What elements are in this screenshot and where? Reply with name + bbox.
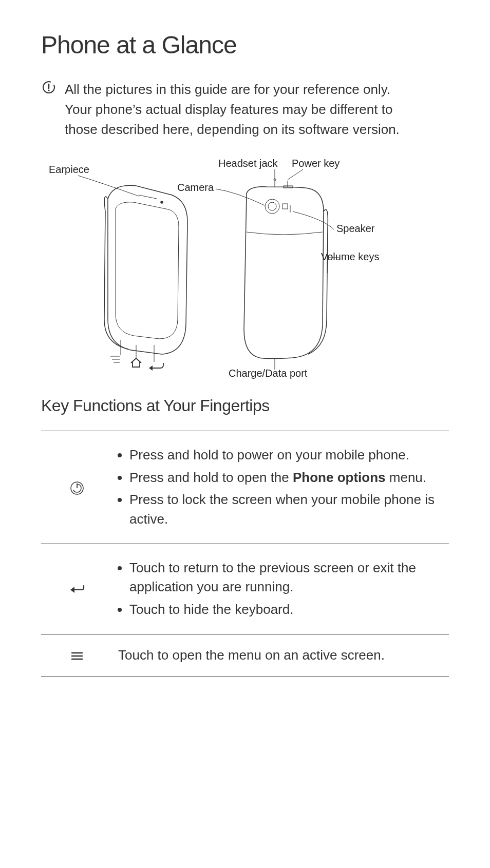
text: Press and hold to power on your mobile p… [129,447,409,462]
list-item: Press and hold to power on your mobile p… [129,446,444,465]
svg-point-2 [48,89,49,91]
svg-line-3 [139,195,157,199]
list-item: Press to lock the screen when your mobil… [129,490,444,529]
page-title: Phone at a Glance [41,31,449,59]
menu-icon [110,356,120,362]
label-earpiece: Earpiece [49,164,89,175]
reference-note: All the pictures in this guide are for y… [41,80,449,140]
key-functions-table: Press and hold to power on your mobile p… [41,431,449,677]
table-row: Touch to open the menu on an active scre… [41,634,449,677]
text: menu. [386,470,427,485]
phone-diagram: Earpiece Camera Headset jack Power key S… [46,155,395,381]
back-icon [68,581,86,596]
svg-line-20 [288,169,303,180]
list-item: Press and hold to open the Phone options… [129,468,444,488]
text-bold: Phone options [293,470,386,485]
text: Press to lock the screen when your mobil… [129,492,435,527]
label-volume-keys: Volume keys [321,251,379,262]
svg-rect-13 [282,204,288,209]
text: Touch to return to the previous screen o… [129,560,416,595]
text: Touch to open the menu on an active scre… [118,647,385,663]
page: Phone at a Glance All the pictures in th… [0,0,490,708]
section-subtitle: Key Functions at Your Fingertips [41,396,449,415]
label-charge-port: Charge/Data port [229,368,308,379]
svg-point-12 [268,202,276,210]
text: Touch to hide the keyboard. [129,602,293,617]
home-icon [131,358,141,367]
svg-rect-0 [51,81,56,85]
list-item: Touch to return to the previous screen o… [129,558,444,597]
table-row: Touch to return to the previous screen o… [41,544,449,634]
power-icon [69,479,85,495]
svg-point-11 [265,199,279,214]
back-icon [149,363,163,371]
list-item: Touch to hide the keyboard. [129,600,444,620]
label-speaker: Speaker [336,223,375,234]
text: Press and hold to open the [129,470,293,485]
note-text: All the pictures in this guide are for y… [65,80,418,140]
caution-icon [41,80,56,95]
label-headset-jack: Headset jack [218,158,278,169]
label-camera: Camera [177,182,214,193]
label-power-key: Power key [292,158,340,169]
table-row: Press and hold to power on your mobile p… [41,431,449,544]
svg-point-4 [161,201,163,203]
menu-icon [70,647,84,663]
